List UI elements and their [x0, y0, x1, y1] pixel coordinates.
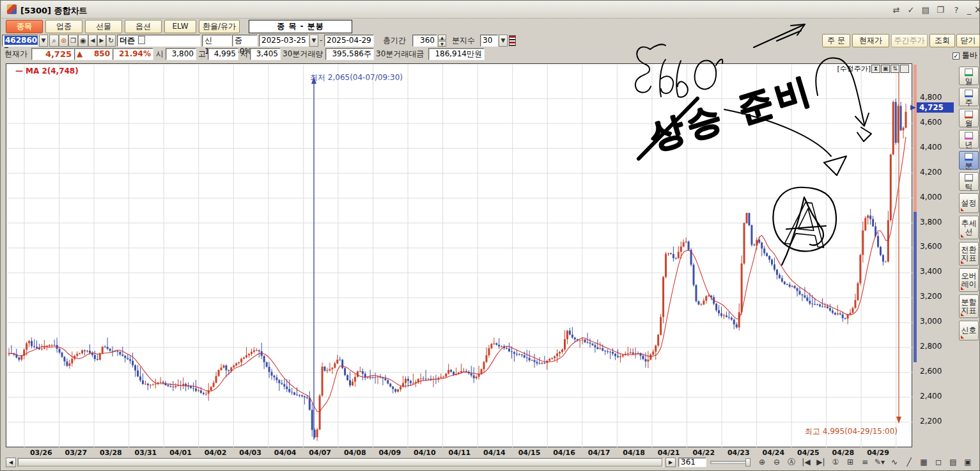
tab-stock-minute[interactable]: 종 목 - 분봉 — [249, 20, 352, 33]
x-tick-label: 04/10 — [414, 449, 436, 457]
order-button[interactable]: 주 문 — [822, 34, 850, 47]
eye-icon[interactable]: ◉ — [78, 35, 88, 47]
tool-button-설정[interactable]: 설정 — [959, 193, 979, 213]
hourglass-icon[interactable]: ⧗ — [871, 65, 880, 73]
zoom-in-icon[interactable]: ⊕ — [755, 457, 769, 468]
go-last-icon[interactable]: ▶| — [814, 457, 828, 468]
chart-plot-area[interactable]: —MA 2(4,748) 최저 2,065(04-07/09:30) 최고 4,… — [6, 63, 912, 447]
link-icon[interactable]: ⇄ — [890, 4, 903, 15]
zoom-slider-thumb[interactable] — [745, 458, 751, 467]
chart-scrollbar[interactable] — [17, 458, 664, 467]
zoom-out-icon[interactable]: ⊖ — [770, 457, 784, 468]
start-date-input[interactable]: 2025-03-25 — [259, 35, 309, 47]
current-price-arrow-icon: ▶ — [910, 103, 915, 111]
tool-button-년[interactable]: 년 — [959, 130, 979, 148]
prev-stock-icon[interactable]: ◀ — [88, 35, 97, 47]
tool-label: 월 — [960, 120, 978, 127]
titlebar: [5300] 종합차트 ⇄ ✓ ▤ ❐ ? _ × — [1, 1, 979, 19]
price-strip-up — [914, 65, 917, 212]
save-icon[interactable]: ▣ — [961, 457, 975, 468]
tool-button-일[interactable]: 일 — [959, 67, 979, 85]
bar-count-input[interactable]: 361 — [678, 458, 706, 467]
start-date-dropdown-icon[interactable]: ▼ — [309, 35, 318, 47]
tool-label: 오버레이 — [960, 269, 978, 289]
total-period-label: 총기간 — [383, 35, 406, 47]
tool-button-추세선[interactable]: 추세선 — [959, 216, 979, 239]
y-tick-label: 3,600 — [920, 242, 942, 251]
low-value: 3,405 — [250, 48, 281, 60]
total-period-input[interactable]: 360 — [412, 35, 437, 47]
tool-button-분[interactable]: 분 — [959, 151, 979, 170]
scroll-right-icon[interactable]: ▶ — [665, 458, 676, 467]
chart-type-icon[interactable]: ▦ — [917, 457, 931, 468]
code-dropdown-icon[interactable]: ▼ — [39, 35, 48, 47]
tool-button-신호[interactable]: 신호 — [959, 321, 979, 340]
tool-button-오버레이[interactable]: 오버레이 — [959, 268, 979, 292]
division-dropdown-icon[interactable]: ▼ — [499, 35, 508, 47]
line-setting-icon[interactable]: ≡ — [858, 457, 872, 468]
tool-button-전환지표[interactable]: 전환지표 — [959, 242, 979, 266]
value-value: 186,914만원 — [428, 48, 485, 60]
market-tab-2[interactable]: 선물 — [85, 20, 122, 33]
go-first-icon[interactable]: |◀ — [799, 457, 813, 468]
gear-icon[interactable]: ⊛ — [59, 35, 68, 47]
search-icon[interactable]: ⌕ — [49, 35, 59, 47]
next-stock-icon[interactable]: ▶ — [97, 35, 106, 47]
close-button[interactable]: 닫기 — [956, 34, 980, 47]
division-input[interactable]: 30 — [480, 35, 498, 47]
volume-value: 395,586주 — [325, 48, 374, 60]
zoom-slider[interactable] — [710, 461, 750, 464]
stock-code-input[interactable]: 462860 — [2, 35, 38, 47]
period-spin-up-icon[interactable]: ▲ — [438, 35, 446, 40]
y-tick-label: 4,000 — [920, 193, 942, 202]
refresh-icon[interactable]: ↻ — [106, 35, 116, 47]
cross-line-icon[interactable]: ∿ — [887, 457, 901, 468]
help-icon[interactable]: ? — [950, 4, 963, 15]
high-value: 4,995 — [208, 48, 238, 60]
tool-button-주[interactable]: 주 — [959, 88, 979, 106]
app-icon — [7, 4, 17, 14]
value-label: 30분거래대금 — [376, 48, 424, 60]
blank-icon[interactable] — [900, 65, 909, 73]
copy-icon[interactable]: ▤ — [919, 4, 932, 15]
market-tab-0[interactable]: 종목 — [6, 20, 43, 33]
tool-button-틱[interactable]: 틱 — [959, 172, 979, 191]
x-tick-label: 04/04 — [274, 449, 297, 457]
check-icon[interactable]: ✓ — [905, 4, 917, 15]
info-icon[interactable]: ① — [828, 457, 843, 468]
current-price-button[interactable]: 현재가 — [852, 34, 889, 47]
zoom-reset-icon[interactable]: Ⓐ — [784, 457, 798, 468]
stock-name-field[interactable]: 더즌 — [117, 35, 201, 47]
market-tab-4[interactable]: ELW — [164, 20, 196, 33]
panel-icon[interactable]: ▣ — [881, 65, 890, 73]
tool-button-월[interactable]: 월 — [959, 109, 979, 127]
toolbar-checkbox[interactable]: ✓ 툴바 — [953, 50, 977, 61]
division-label: 분지수 — [452, 35, 475, 47]
print-icon[interactable]: ▤ — [946, 457, 960, 468]
weekly-price-button[interactable]: 주간주가 — [891, 34, 928, 47]
y-tick-label: 4,800 — [920, 93, 942, 102]
checkbox-check-icon: ✓ — [953, 52, 960, 60]
query-button[interactable]: 조회 — [929, 34, 955, 47]
updown-icon[interactable]: ⇅ — [891, 65, 899, 73]
end-date-input[interactable]: 2025-04-29 — [324, 35, 374, 47]
tool-button-분할지표[interactable]: 분할지표 — [959, 294, 979, 318]
window-copy-icon[interactable]: ❐ — [68, 35, 78, 47]
x-tick-label: 03/27 — [65, 449, 87, 457]
market-tab-1[interactable]: 업종 — [45, 20, 82, 33]
x-tick-label: 03/26 — [30, 449, 52, 457]
period-spin-down-icon[interactable]: ▼ — [438, 41, 446, 47]
scrollbar-thumb[interactable] — [18, 458, 662, 467]
area-zoom-icon[interactable]: ⊞ — [843, 457, 857, 468]
scroll-left-icon[interactable]: ◀ — [6, 458, 16, 467]
cascade-icon[interactable]: ❐ — [934, 4, 947, 15]
market-tab-5[interactable]: 환율/유가 — [199, 20, 240, 33]
window-title: [5300] 종합차트 — [20, 5, 88, 17]
close-icon[interactable]: × — [972, 4, 980, 15]
draw-tool-icon[interactable]: ✎▾ — [873, 457, 887, 468]
pen-tool-icon[interactable]: ╱ — [902, 457, 916, 468]
x-tick-label: 04/21 — [658, 449, 680, 457]
market-tab-3[interactable]: 옵션 — [125, 20, 162, 33]
adjusted-price-label: [수정주가] — [837, 64, 871, 74]
comment-icon[interactable]: ◻ — [931, 457, 945, 468]
